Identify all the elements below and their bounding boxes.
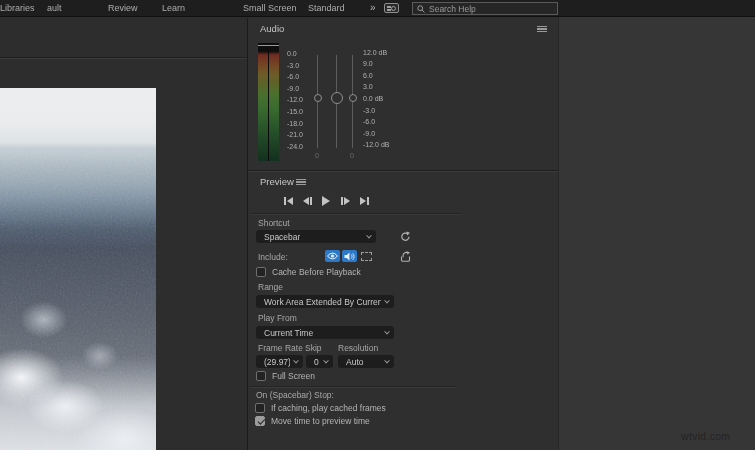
right-fader-knob[interactable] [349,94,357,102]
left-fader-knob[interactable] [314,94,322,102]
workspace-tab[interactable]: Standard [308,3,345,13]
full-screen-checkbox[interactable] [256,371,266,381]
transport-controls [282,194,370,208]
frame-rate-dropdown[interactable]: (29.97) [256,355,303,368]
cache-before-playback-checkbox[interactable] [256,267,266,277]
meter-db-label: -21.0 [287,131,303,138]
watermark-text: wtvid.com [681,430,730,442]
resolution-dropdown[interactable]: Auto [338,355,394,368]
include-audio-toggle[interactable] [342,250,357,262]
search-help-box[interactable] [412,2,558,15]
chevron-down-icon [384,328,390,334]
shortcut-label: Shortcut [258,218,290,228]
speaker-icon [344,252,355,261]
previous-frame-button[interactable] [301,194,313,208]
fader-db-label: 12.0 dB [363,49,387,56]
meter-db-label: -6.0 [287,73,299,80]
chevron-down-icon [384,357,390,363]
range-dropdown[interactable]: Work Area Extended By Current… [256,295,394,308]
shortcut-value: Spacebar [264,232,300,242]
frame-rate-value: (29.97) [264,357,290,367]
meter-db-label: -24.0 [287,143,303,150]
fader-db-label: -6.0 [363,118,375,125]
shortcut-dropdown[interactable]: Spacebar [256,230,376,243]
composition-image-winter-landscape [0,88,156,450]
meter-db-label: -9.0 [287,85,299,92]
meter-db-label: -3.0 [287,62,299,69]
if-caching-row[interactable]: If caching, play cached frames [255,403,386,413]
reset-preview-icon[interactable] [398,230,412,243]
include-label: Include: [258,252,288,262]
eye-icon [327,252,338,260]
meter-peak-line [258,45,279,46]
photo-texture [0,88,156,450]
fader-db-label: 0.0 dB [363,95,383,102]
fader-db-label: 6.0 [363,72,373,79]
cache-before-playback-label: Cache Before Playback [272,267,361,277]
search-icon [417,5,425,13]
play-from-value: Current Time [264,328,313,338]
workspace-tab[interactable]: Review [108,3,138,13]
skip-label: Skip [305,343,322,353]
full-screen-label: Full Screen [272,371,315,381]
play-from-label: Play From [258,313,297,323]
resolution-value: Auto [346,357,364,367]
resolution-label: Resolution [338,343,378,353]
last-frame-button[interactable] [358,194,370,208]
skip-dropdown[interactable]: 0 [306,355,333,368]
section-separator [250,213,462,214]
on-stop-label: On (Spacebar) Stop: [256,390,334,400]
preview-panel-menu-icon[interactable] [296,179,306,186]
audio-preview-panel-group: Audio 0.0-3.0-6.0-9.0-12.0-15.0-18.0-21.… [248,17,558,450]
fader-db-label: -12.0 dB [363,141,389,148]
audio-level-meter [258,43,279,161]
master-fader-knob[interactable] [331,92,343,104]
app-window: aultReviewLearnSmall ScreenStandardLibra… [0,0,755,450]
audio-panel-menu-icon[interactable] [537,26,547,33]
range-value: Work Area Extended By Current… [264,297,381,307]
workspace-settings-icon[interactable] [384,3,399,13]
play-button[interactable] [320,194,332,208]
fader-db-label: 3.0 [363,83,373,90]
empty-panel-area: wtvid.com [559,17,755,450]
workspace-tab[interactable]: Small Screen [243,3,297,13]
workspace-bar: aultReviewLearnSmall ScreenStandardLibra… [0,0,755,17]
panel-divider[interactable] [248,170,558,171]
search-input[interactable] [429,4,553,14]
fader-db-label: -9.0 [363,130,375,137]
chevron-down-icon [323,357,329,363]
fader-db-label: -3.0 [363,107,375,114]
meter-db-label: 0.0 [287,50,297,57]
cache-before-playback-row[interactable]: Cache Before Playback [256,267,361,277]
workspace-overflow-chevron[interactable]: » [370,2,376,13]
chevron-down-icon [384,297,390,303]
workspace-tab[interactable]: Learn [162,3,185,13]
overlays-icon [361,252,372,261]
chevron-down-icon [293,357,299,363]
chevron-down-icon [366,232,372,238]
first-frame-button[interactable] [282,194,294,208]
include-video-toggle[interactable] [325,250,340,262]
workspace-tab[interactable]: Libraries [0,3,35,13]
move-time-label: Move time to preview time [271,416,370,426]
meter-db-label: -12.0 [287,96,303,103]
workspace-tab[interactable]: ault [47,3,62,13]
panel-divider [0,57,247,58]
if-caching-label: If caching, play cached frames [271,403,386,413]
audio-panel-tab[interactable]: Audio [260,23,284,34]
frame-rate-label: Frame Rate [258,343,303,353]
move-time-checkbox[interactable] [255,416,265,426]
preview-panel-tab[interactable]: Preview [260,176,294,187]
skip-value: 0 [314,357,319,367]
play-from-dropdown[interactable]: Current Time [256,326,394,339]
left-fader-value: 0 [315,152,319,159]
include-overlays-toggle[interactable] [359,250,374,262]
range-label: Range [258,282,283,292]
move-time-row[interactable]: Move time to preview time [255,416,370,426]
section-separator [250,386,456,387]
fader-db-label: 9.0 [363,60,373,67]
full-screen-row[interactable]: Full Screen [256,371,315,381]
if-caching-checkbox[interactable] [255,403,265,413]
next-frame-button[interactable] [339,194,351,208]
frame-export-icon[interactable] [398,250,412,263]
